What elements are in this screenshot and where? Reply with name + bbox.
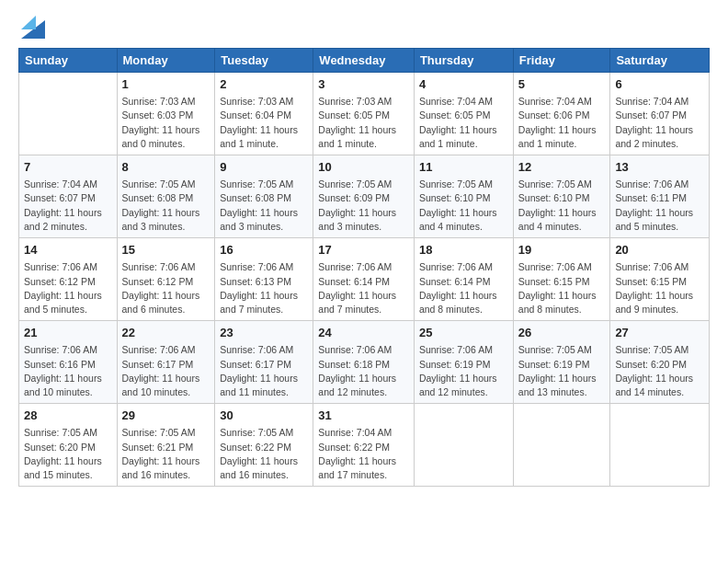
header-row: SundayMondayTuesdayWednesdayThursdayFrid… bbox=[19, 49, 710, 73]
day-cell: 12Sunrise: 7:05 AMSunset: 6:10 PMDayligh… bbox=[513, 155, 610, 238]
day-number: 22 bbox=[122, 325, 210, 341]
day-cell: 16Sunrise: 7:06 AMSunset: 6:13 PMDayligh… bbox=[215, 238, 313, 321]
day-number: 13 bbox=[615, 159, 704, 176]
header-cell-tuesday: Tuesday bbox=[215, 49, 313, 73]
day-number: 31 bbox=[318, 408, 409, 424]
day-cell: 10Sunrise: 7:05 AMSunset: 6:09 PMDayligh… bbox=[313, 155, 415, 238]
day-cell: 2Sunrise: 7:03 AMSunset: 6:04 PMDaylight… bbox=[215, 73, 313, 155]
day-cell: 25Sunrise: 7:06 AMSunset: 6:19 PMDayligh… bbox=[414, 321, 513, 404]
day-cell: 30Sunrise: 7:05 AMSunset: 6:22 PMDayligh… bbox=[215, 404, 313, 487]
day-info: Sunrise: 7:04 AMSunset: 6:07 PMDaylight:… bbox=[615, 95, 704, 151]
header-cell-thursday: Thursday bbox=[414, 49, 513, 73]
day-number: 28 bbox=[24, 408, 112, 424]
day-info: Sunrise: 7:05 AMSunset: 6:09 PMDaylight:… bbox=[318, 178, 409, 234]
day-number: 11 bbox=[419, 159, 508, 176]
day-info: Sunrise: 7:04 AMSunset: 6:05 PMDaylight:… bbox=[419, 95, 508, 151]
day-info: Sunrise: 7:05 AMSunset: 6:20 PMDaylight:… bbox=[24, 426, 112, 482]
day-info: Sunrise: 7:05 AMSunset: 6:22 PMDaylight:… bbox=[220, 426, 308, 482]
day-cell bbox=[610, 404, 710, 487]
day-number: 3 bbox=[318, 76, 409, 93]
day-number: 16 bbox=[220, 242, 308, 259]
week-row-5: 28Sunrise: 7:05 AMSunset: 6:20 PMDayligh… bbox=[19, 404, 710, 487]
day-info: Sunrise: 7:06 AMSunset: 6:14 PMDaylight:… bbox=[419, 260, 508, 316]
day-number: 12 bbox=[518, 159, 606, 176]
day-cell: 23Sunrise: 7:06 AMSunset: 6:17 PMDayligh… bbox=[215, 321, 313, 404]
day-cell: 6Sunrise: 7:04 AMSunset: 6:07 PMDaylight… bbox=[610, 73, 710, 155]
calendar-table: SundayMondayTuesdayWednesdayThursdayFrid… bbox=[18, 48, 710, 487]
day-number: 4 bbox=[419, 76, 508, 93]
day-info: Sunrise: 7:05 AMSunset: 6:10 PMDaylight:… bbox=[518, 178, 606, 234]
day-cell: 17Sunrise: 7:06 AMSunset: 6:14 PMDayligh… bbox=[313, 238, 415, 321]
day-number: 8 bbox=[122, 159, 210, 176]
day-cell: 31Sunrise: 7:04 AMSunset: 6:22 PMDayligh… bbox=[313, 404, 415, 487]
week-row-3: 14Sunrise: 7:06 AMSunset: 6:12 PMDayligh… bbox=[19, 238, 710, 321]
day-info: Sunrise: 7:06 AMSunset: 6:11 PMDaylight:… bbox=[615, 178, 704, 234]
day-cell: 8Sunrise: 7:05 AMSunset: 6:08 PMDaylight… bbox=[117, 155, 215, 238]
day-cell bbox=[19, 73, 118, 155]
day-cell: 21Sunrise: 7:06 AMSunset: 6:16 PMDayligh… bbox=[19, 321, 118, 404]
day-info: Sunrise: 7:05 AMSunset: 6:19 PMDaylight:… bbox=[518, 343, 606, 399]
day-number: 7 bbox=[24, 159, 112, 176]
day-info: Sunrise: 7:06 AMSunset: 6:18 PMDaylight:… bbox=[318, 343, 409, 399]
day-info: Sunrise: 7:06 AMSunset: 6:15 PMDaylight:… bbox=[518, 260, 606, 316]
day-info: Sunrise: 7:06 AMSunset: 6:17 PMDaylight:… bbox=[122, 343, 210, 399]
day-cell: 11Sunrise: 7:05 AMSunset: 6:10 PMDayligh… bbox=[414, 155, 513, 238]
day-cell: 4Sunrise: 7:04 AMSunset: 6:05 PMDaylight… bbox=[414, 73, 513, 155]
day-number: 20 bbox=[615, 242, 704, 259]
header-cell-monday: Monday bbox=[117, 49, 215, 73]
week-row-1: 1Sunrise: 7:03 AMSunset: 6:03 PMDaylight… bbox=[19, 73, 710, 155]
day-cell: 20Sunrise: 7:06 AMSunset: 6:15 PMDayligh… bbox=[610, 238, 710, 321]
day-number: 26 bbox=[518, 325, 606, 341]
day-number: 19 bbox=[518, 242, 606, 259]
day-number: 30 bbox=[220, 408, 308, 424]
day-info: Sunrise: 7:03 AMSunset: 6:04 PMDaylight:… bbox=[220, 95, 308, 151]
day-number: 18 bbox=[419, 242, 508, 259]
day-cell: 26Sunrise: 7:05 AMSunset: 6:19 PMDayligh… bbox=[513, 321, 610, 404]
day-info: Sunrise: 7:03 AMSunset: 6:03 PMDaylight:… bbox=[122, 95, 210, 151]
day-cell: 28Sunrise: 7:05 AMSunset: 6:20 PMDayligh… bbox=[19, 404, 118, 487]
header-area bbox=[18, 15, 710, 39]
logo-text bbox=[18, 15, 45, 39]
day-cell: 13Sunrise: 7:06 AMSunset: 6:11 PMDayligh… bbox=[610, 155, 710, 238]
svg-marker-1 bbox=[21, 16, 36, 29]
day-cell: 19Sunrise: 7:06 AMSunset: 6:15 PMDayligh… bbox=[513, 238, 610, 321]
day-info: Sunrise: 7:04 AMSunset: 6:06 PMDaylight:… bbox=[518, 95, 606, 151]
day-cell: 5Sunrise: 7:04 AMSunset: 6:06 PMDaylight… bbox=[513, 73, 610, 155]
day-number: 1 bbox=[122, 76, 210, 93]
day-info: Sunrise: 7:05 AMSunset: 6:20 PMDaylight:… bbox=[615, 343, 704, 399]
day-number: 9 bbox=[220, 159, 308, 176]
day-cell: 9Sunrise: 7:05 AMSunset: 6:08 PMDaylight… bbox=[215, 155, 313, 238]
header-cell-sunday: Sunday bbox=[19, 49, 118, 73]
day-info: Sunrise: 7:04 AMSunset: 6:07 PMDaylight:… bbox=[24, 178, 112, 234]
day-info: Sunrise: 7:06 AMSunset: 6:14 PMDaylight:… bbox=[318, 260, 409, 316]
logo bbox=[18, 15, 45, 39]
day-number: 15 bbox=[122, 242, 210, 259]
day-number: 25 bbox=[419, 325, 508, 341]
day-info: Sunrise: 7:05 AMSunset: 6:21 PMDaylight:… bbox=[122, 426, 210, 482]
day-number: 14 bbox=[24, 242, 112, 259]
day-number: 27 bbox=[615, 325, 704, 341]
day-cell: 15Sunrise: 7:06 AMSunset: 6:12 PMDayligh… bbox=[117, 238, 215, 321]
day-info: Sunrise: 7:03 AMSunset: 6:05 PMDaylight:… bbox=[318, 95, 409, 151]
day-info: Sunrise: 7:04 AMSunset: 6:22 PMDaylight:… bbox=[318, 426, 409, 482]
day-cell: 29Sunrise: 7:05 AMSunset: 6:21 PMDayligh… bbox=[117, 404, 215, 487]
day-number: 23 bbox=[220, 325, 308, 341]
day-cell bbox=[513, 404, 610, 487]
day-cell: 24Sunrise: 7:06 AMSunset: 6:18 PMDayligh… bbox=[313, 321, 415, 404]
day-cell: 22Sunrise: 7:06 AMSunset: 6:17 PMDayligh… bbox=[117, 321, 215, 404]
week-row-4: 21Sunrise: 7:06 AMSunset: 6:16 PMDayligh… bbox=[19, 321, 710, 404]
day-number: 17 bbox=[318, 242, 409, 259]
day-number: 6 bbox=[615, 76, 704, 93]
day-info: Sunrise: 7:06 AMSunset: 6:16 PMDaylight:… bbox=[24, 343, 112, 399]
day-cell: 3Sunrise: 7:03 AMSunset: 6:05 PMDaylight… bbox=[313, 73, 415, 155]
day-cell: 1Sunrise: 7:03 AMSunset: 6:03 PMDaylight… bbox=[117, 73, 215, 155]
day-cell bbox=[414, 404, 513, 487]
day-info: Sunrise: 7:05 AMSunset: 6:08 PMDaylight:… bbox=[220, 178, 308, 234]
day-cell: 18Sunrise: 7:06 AMSunset: 6:14 PMDayligh… bbox=[414, 238, 513, 321]
day-number: 2 bbox=[220, 76, 308, 93]
day-info: Sunrise: 7:06 AMSunset: 6:17 PMDaylight:… bbox=[220, 343, 308, 399]
day-info: Sunrise: 7:05 AMSunset: 6:10 PMDaylight:… bbox=[419, 178, 508, 234]
day-cell: 7Sunrise: 7:04 AMSunset: 6:07 PMDaylight… bbox=[19, 155, 118, 238]
logo-icon bbox=[21, 11, 45, 39]
day-info: Sunrise: 7:06 AMSunset: 6:13 PMDaylight:… bbox=[220, 260, 308, 316]
